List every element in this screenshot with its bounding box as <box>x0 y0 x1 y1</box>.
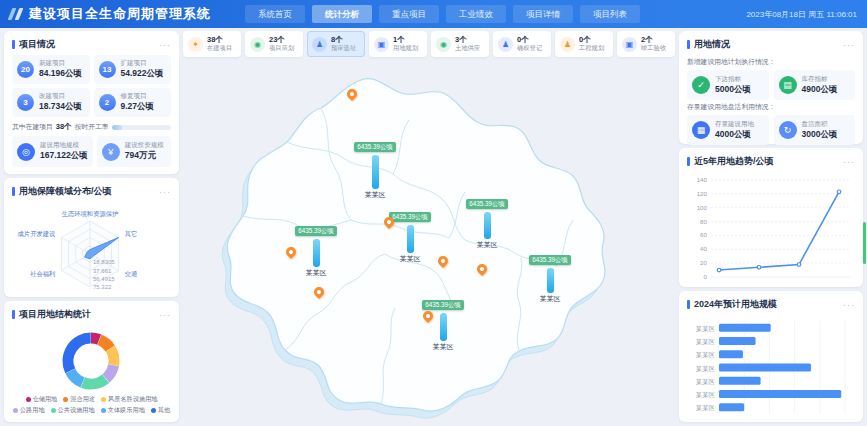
stage-chip-5[interactable]: ◉3个土地供应 <box>431 31 489 57</box>
stage-chip-7[interactable]: ♟0个工程规划 <box>555 31 613 57</box>
map-pin-4[interactable] <box>312 285 326 299</box>
legend-dot <box>101 397 106 402</box>
map-data-bar <box>313 239 320 267</box>
svg-text:120: 120 <box>697 190 708 197</box>
revitalize-icon: ↻ <box>779 121 797 139</box>
logo-icon <box>10 8 21 20</box>
more-icon[interactable]: ··· <box>159 40 171 50</box>
legend-item-3[interactable]: 风景名胜设施用地 <box>101 395 158 404</box>
more-icon[interactable]: ··· <box>159 310 171 320</box>
legend-label: 其他 <box>158 406 170 415</box>
person-icon: ♟ <box>498 37 513 52</box>
dashboard-app: 建设项目全生命周期管理系统 系统首页统计分析重点项目工业绩效项目详情项目列表 2… <box>0 0 867 426</box>
legend-item-5[interactable]: 公共设施用地 <box>51 406 95 415</box>
document-icon: ▣ <box>374 37 389 52</box>
card-value: 4000公顷 <box>715 129 754 141</box>
map-bar-marker-5[interactable]: 6435.39公顷某某区 <box>516 248 584 304</box>
svg-text:18.8305: 18.8305 <box>93 259 115 265</box>
card-text: 下达指标5000公顷 <box>715 75 751 96</box>
map-data-bar <box>407 225 414 253</box>
map-tooltip: 6435.39公顷 <box>466 199 507 209</box>
legend-dot <box>13 408 18 413</box>
project-stat-card-3: 3改建项目18.734公顷 <box>12 88 90 117</box>
app-title: 建设项目全生命周期管理系统 <box>29 5 211 23</box>
map-tooltip: 6435.39公顷 <box>354 142 395 152</box>
legend-item-2[interactable]: 混合用途 <box>63 395 95 404</box>
map-tooltip: 6435.39公顷 <box>422 300 463 310</box>
nav-tab-3[interactable]: 重点项目 <box>379 5 439 23</box>
chip-label: 在建项目 <box>207 44 232 52</box>
trend-line-chart: 0204060801001201402020202120222023 <box>687 172 855 280</box>
construction-icon: ✦ <box>188 37 203 52</box>
card-value: 4900公顷 <box>802 84 838 96</box>
map-bar-marker-3[interactable]: 6435.39公顷某某区 <box>376 205 444 264</box>
stat-count-badge: 13 <box>99 61 116 78</box>
svg-text:生态环境和资源保护: 生态环境和资源保护 <box>62 210 119 218</box>
svg-text:60: 60 <box>700 231 707 238</box>
stage-chip-4[interactable]: ▣1个用地规划 <box>369 31 427 57</box>
start-rate-progress <box>112 125 171 130</box>
legend-item-6[interactable]: 文体娱乐用地 <box>101 406 145 415</box>
card-label: 建设用地规模 <box>40 141 88 150</box>
stat-label: 扩建项目 <box>121 59 164 68</box>
more-icon[interactable]: ··· <box>843 157 855 167</box>
title-accent <box>12 310 15 319</box>
chip-label: 用地规划 <box>393 44 418 52</box>
legend-item-4[interactable]: 公路用地 <box>13 406 45 415</box>
datetime: 2023年08月18日 周五 11:06:01 <box>746 9 857 20</box>
district-label: 某某区 <box>341 190 409 200</box>
stage-chip-8[interactable]: ▣2个竣工验收 <box>617 31 675 57</box>
stage-chip-1[interactable]: ✦38个在建项目 <box>183 31 241 57</box>
stage-chip-2[interactable]: ◉23个项目策划 <box>245 31 303 57</box>
scrollbar-thumb[interactable] <box>863 222 866 264</box>
card-label: 盘活面积 <box>802 120 838 129</box>
scale-cards: ◎建设用地规模167.122公顷¥建设投资规模794万元 <box>12 136 171 167</box>
svg-text:0: 0 <box>704 273 708 280</box>
nav-tab-1[interactable]: 系统首页 <box>245 5 305 23</box>
stage-chip-6[interactable]: ♟0个确权登记 <box>493 31 551 57</box>
legend-dot <box>151 408 156 413</box>
pin-icon: ◉ <box>250 37 265 52</box>
card-text: 盘活面积3000公顷 <box>802 120 838 141</box>
nav-tab-6[interactable]: 项目列表 <box>580 5 640 23</box>
more-icon[interactable]: ··· <box>159 187 171 197</box>
nav-tab-4[interactable]: 工业绩效 <box>446 5 506 23</box>
map-bar-marker-1[interactable]: 6435.39公顷某某区 <box>341 135 409 200</box>
chip-count: 8个 <box>331 36 356 44</box>
chip-label: 工程规划 <box>579 44 604 52</box>
nav-tabs: 系统首页统计分析重点项目工业绩效项目详情项目列表 <box>245 5 746 23</box>
legend-label: 仓储用地 <box>33 395 58 404</box>
project-stat-card-4: 2修复项目9.27公顷 <box>94 88 172 117</box>
title-accent <box>12 187 15 196</box>
map-pin-1[interactable] <box>345 87 359 101</box>
panel-title: 项目情况 <box>19 38 155 51</box>
chip-text: 38个在建项目 <box>207 36 232 52</box>
nav-tab-2[interactable]: 统计分析 <box>312 5 372 23</box>
chip-count: 2个 <box>641 36 666 44</box>
region-map[interactable]: 6435.39公顷某某区6435.39公顷某某区6435.39公顷某某区6435… <box>183 60 675 422</box>
svg-text:某某区: 某某区 <box>696 338 716 345</box>
donut-legend: 仓储用地混合用途风景名胜设施用地公路用地公共设施用地文体娱乐用地其他 <box>12 395 171 415</box>
legend-item-7[interactable]: 其他 <box>151 406 170 415</box>
chip-text: 8个预审选址 <box>331 36 356 52</box>
stage-chip-3[interactable]: ♟8个预审选址 <box>307 31 365 57</box>
district-label: 某某区 <box>453 240 521 250</box>
map-pin-6[interactable] <box>475 262 489 276</box>
chip-count: 38个 <box>207 36 232 44</box>
chip-text: 3个土地供应 <box>455 36 480 52</box>
donut-chart <box>12 325 171 393</box>
stock-land-cards: ▦存量建设用地4000公顷↻盘活面积3000公顷 <box>687 115 855 145</box>
chip-count: 3个 <box>455 36 480 44</box>
legend-item-1[interactable]: 仓储用地 <box>26 395 58 404</box>
svg-text:56.4915: 56.4915 <box>93 276 115 282</box>
map-bar-marker-6[interactable]: 6435.39公顷某某区 <box>409 293 477 352</box>
nav-tab-5[interactable]: 项目详情 <box>513 5 573 23</box>
legend-label: 风景名胜设施用地 <box>108 395 158 404</box>
more-icon[interactable]: ··· <box>843 40 855 50</box>
forecast-panel: 2024年预计用地规模 ··· 02004006008001,000某某区某某区… <box>679 291 863 422</box>
project-stat-card-2: 13扩建项目54.922公顷 <box>94 55 172 84</box>
panel-title: 近5年用地趋势/公顷 <box>694 155 839 168</box>
map-bar-marker-4[interactable]: 6435.39公顷某某区 <box>453 192 521 250</box>
more-icon[interactable]: ··· <box>843 300 855 310</box>
scale-card-2: ¥建设投资规模794万元 <box>97 136 171 167</box>
